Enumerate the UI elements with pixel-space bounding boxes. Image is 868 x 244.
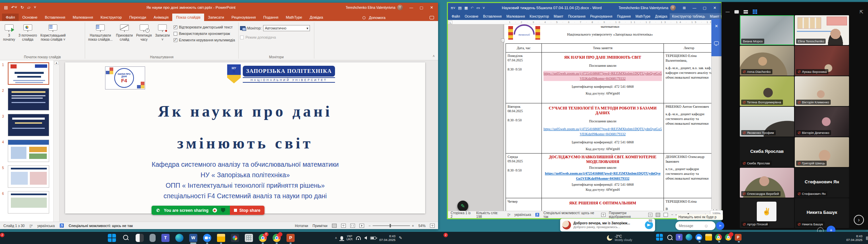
battery-icon[interactable] [370, 237, 376, 240]
tab-mathtype[interactable]: MathType [633, 13, 653, 20]
widget-icon[interactable] [150, 234, 156, 242]
language-indicator[interactable]: українська [37, 224, 55, 228]
file-explorer-icon[interactable] [705, 234, 712, 241]
hide-slide-button[interactable]: Приховати слайд [114, 22, 135, 43]
play-narrations-checkbox[interactable]: Відтворювати дикторський текст [174, 25, 235, 29]
participant-tile[interactable]: Никита Башук Никита Башук [795, 198, 849, 228]
phone-link-icon[interactable] [136, 234, 144, 242]
tab-review[interactable]: Рецензування [228, 14, 260, 21]
tab-home[interactable]: Основне [462, 13, 481, 20]
minimize-icon[interactable]: — [406, 3, 416, 12]
file-explorer-icon[interactable] [217, 234, 225, 242]
reading-view-icon[interactable] [350, 224, 355, 228]
tab-layout[interactable]: Макет [551, 13, 566, 20]
participant-tile[interactable]: Вікторія Клименко [795, 76, 849, 106]
emoji-icon[interactable]: ☺ [704, 223, 708, 228]
page-indicator[interactable]: Сторінка 1 із 2 [451, 211, 472, 219]
speaker-icon[interactable] [364, 236, 367, 240]
fullscreen-icon[interactable]: ⇱ [860, 9, 863, 15]
ribbon-options-icon[interactable]: ⊞ [679, 4, 689, 12]
zoom-taskbar-icon[interactable] [695, 234, 702, 241]
zoom-taskbar-icon[interactable] [203, 234, 211, 242]
tab-review[interactable]: Рецензування [588, 13, 615, 20]
word-count[interactable]: Кількість слів: 198 [476, 211, 504, 219]
weather-moon-icon[interactable] [607, 235, 612, 241]
tab-file[interactable]: Файл [2, 14, 19, 21]
tray-chevron-icon[interactable]: ˄ [335, 236, 337, 240]
tab-file[interactable]: Файл [449, 13, 462, 20]
tab-table-design[interactable]: Конструктор таблиць [670, 13, 707, 20]
custom-slideshow-button[interactable]: Користувацький показ слайдів ˅ [39, 22, 67, 43]
calculator-icon[interactable] [245, 234, 253, 242]
slide-title-line2[interactable]: змінюють світ [65, 134, 425, 152]
slide-subtitle-line1[interactable]: Кафедра системного аналізу та обчислювал… [65, 159, 425, 170]
participant-tile[interactable]: ✌ Артур Плохой [740, 198, 794, 228]
edge-icon[interactable] [175, 234, 183, 242]
mathtype-pi-icon[interactable]: π˅ [451, 6, 455, 10]
print-layout-icon[interactable] [656, 213, 660, 217]
close-icon[interactable]: ✕ [427, 3, 437, 12]
pen-tray-icon[interactable]: ✎ [399, 236, 402, 240]
close-icon[interactable]: ✕ [715, 24, 718, 28]
search-icon[interactable] [122, 234, 130, 242]
comments-button[interactable]: Примітки [313, 224, 328, 228]
print-preview-icon[interactable]: ▦ [464, 6, 468, 10]
stack-view-icon[interactable] [744, 10, 748, 14]
setup-slideshow-button[interactable]: Налаштувати показ слайдів... [86, 22, 114, 43]
participant-tile[interactable]: Олександра Веребей [740, 168, 794, 198]
chrome-icon-2[interactable] [725, 234, 732, 241]
show-media-controls-checkbox[interactable]: Елементи керування мультимедіа [174, 38, 235, 42]
table-move-handle[interactable]: + [501, 39, 505, 42]
powerpoint-taskbar-icon[interactable]: P [287, 234, 295, 242]
scroll-up-icon[interactable]: ▲ [54, 61, 59, 65]
slide-canvas[interactable]: НАУКИ ПРО ДАНІ F4 НУП ЗАПОРІЗЬКА ПОЛІТЕХ… [65, 62, 425, 214]
zoom-slider[interactable]: −+ [369, 224, 414, 228]
normal-view-icon[interactable] [332, 224, 337, 228]
from-current-slide-button[interactable]: З поточного слайда [17, 22, 39, 43]
tab-references[interactable]: Посилання [566, 13, 588, 20]
participant-tile[interactable]: Elina Tereschenko [795, 15, 849, 45]
slide-subtitle-line4[interactable]: спеціальності F4 Системний аналіз та нау… [65, 191, 425, 201]
tab-draw[interactable]: Малювання [69, 14, 97, 21]
language-switcher[interactable]: УКРUKR [347, 235, 353, 241]
weather-temp[interactable]: -2°C [615, 234, 632, 238]
monitor-select[interactable]: Автоматично ▾ [263, 25, 310, 31]
undo-icon[interactable]: ↶ [471, 6, 474, 10]
next-page-button[interactable]: › [854, 215, 864, 225]
word-taskbar-icon[interactable]: W [189, 234, 197, 242]
start-slideshow-icon[interactable]: ▱ [27, 5, 30, 10]
slide-thumbnail-3[interactable]: 3 [2, 114, 59, 136]
participant-tile[interactable]: Стефанович Ян Стефанович Ян [795, 168, 849, 198]
chrome-icon[interactable] [715, 234, 722, 241]
tab-design[interactable]: Конструктор [527, 13, 551, 20]
zoom-meeting-link[interactable]: https://us05web.zoom.us/j/4725416868?pwd… [544, 171, 662, 181]
slide-thumbnail-4[interactable]: 4 [2, 140, 59, 162]
participant-tile[interactable]: Лукаш Вероника [795, 46, 849, 76]
tab-slideshow[interactable]: Показ слайдів [172, 14, 204, 21]
send-message-button[interactable]: ➣ [716, 222, 724, 230]
tab-animations[interactable]: Анімація [150, 14, 172, 21]
web-layout-icon[interactable] [664, 213, 668, 217]
slide-subtitle-line2[interactable]: НУ « Запорізька політехніка» [65, 170, 425, 180]
telegram-icon[interactable]: 55 [645, 221, 653, 229]
teams-icon[interactable]: T [676, 234, 683, 241]
chat-bubble-icon[interactable] [714, 41, 719, 45]
lightbulb-icon[interactable] [362, 16, 366, 19]
tab-mathtype[interactable]: MathType [282, 14, 306, 21]
tab-help[interactable]: Довідка [653, 13, 670, 20]
zoom-meeting-link[interactable]: https://us05web.zoom.us/j/47254168687?pw… [544, 71, 662, 81]
customize-qat-icon[interactable]: ˅ [34, 5, 36, 10]
participant-tile[interactable]: Григорій Швець [795, 137, 849, 167]
save-icon[interactable]: ▤ [4, 5, 8, 10]
spellcheck-icon[interactable]: ▯ˣ [29, 224, 33, 228]
participant-tile[interactable]: Тетяна Володимирівна [740, 76, 794, 106]
chrome-icon[interactable]: E [259, 234, 267, 242]
weather-desc[interactable]: Mostly cloudy [615, 238, 632, 242]
gallery-view-icon[interactable] [753, 9, 757, 14]
ink-pen-button[interactable]: ✎ [457, 201, 468, 211]
message-input[interactable] [678, 223, 702, 228]
photos-icon[interactable] [231, 234, 239, 242]
record-button[interactable]: Записати ˅ [154, 22, 172, 43]
slide-subtitle-line3[interactable]: ОПП « Інтелектуальні технології прийнятт… [65, 180, 425, 191]
from-beginning-button[interactable]: З початку [1, 22, 17, 43]
